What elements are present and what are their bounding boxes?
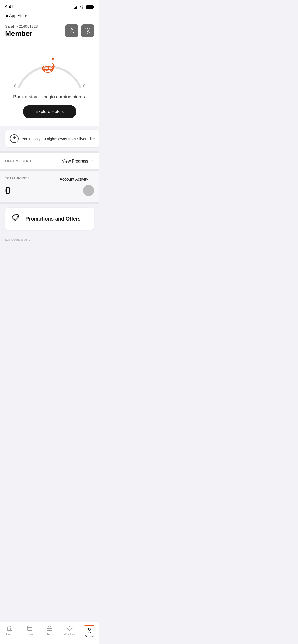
explore-hotels-button[interactable]: Explore Hotels <box>23 105 77 118</box>
view-progress-arrow: → <box>90 158 94 164</box>
arc-label-left: 0 <box>14 84 16 89</box>
user-id-line: Sarah • 214061328 <box>5 24 65 28</box>
settings-button[interactable] <box>81 24 94 37</box>
promotions-icon <box>10 213 21 224</box>
promotions-card[interactable]: Promotions and Offers <box>5 208 94 230</box>
user-name: Sarah <box>5 24 15 28</box>
points-chart-circle <box>83 185 94 196</box>
nights-icon: ★ ★ <box>38 55 61 78</box>
user-id: 214061328 <box>19 24 38 28</box>
arc-message: Book a stay to begin earning nights. <box>13 94 86 100</box>
account-activity-arrow: → <box>90 177 94 182</box>
section-divider-3 <box>0 202 99 204</box>
promotions-title: Promotions and Offers <box>25 215 81 222</box>
explore-more-label: EXPLORE MORE <box>5 238 31 241</box>
arc-label-right: 10 <box>81 84 85 89</box>
info-strip: You're only 10 nights away from Silver E… <box>0 126 99 151</box>
back-label[interactable]: App Store <box>9 13 27 18</box>
view-progress-link[interactable]: View Progress → <box>62 158 94 164</box>
total-points-label: TOTAL POINTS <box>5 177 30 180</box>
upgrade-icon <box>10 134 19 143</box>
signal-icon <box>74 5 78 9</box>
points-value: 0 <box>5 185 11 196</box>
promotions-section: Promotions and Offers <box>0 204 99 233</box>
section-divider-2 <box>0 169 99 171</box>
svg-text:★: ★ <box>51 57 55 61</box>
back-arrow-icon: ◀ <box>5 13 8 18</box>
upload-icon <box>69 28 75 34</box>
gear-icon <box>85 28 91 34</box>
member-label: Member <box>5 30 65 38</box>
header-actions <box>65 24 94 37</box>
account-activity-text: Account Activity <box>60 177 88 182</box>
status-bar: 9:41 <box>0 0 99 12</box>
lifetime-status-section: LIFETIME STATUS View Progress → <box>0 153 99 169</box>
lifetime-status-row: LIFETIME STATUS View Progress → <box>5 158 94 164</box>
svg-point-1 <box>87 30 88 32</box>
points-header-row: TOTAL POINTS Account Activity → <box>5 177 94 182</box>
section-divider-1 <box>0 151 99 153</box>
account-header: Sarah • 214061328 Member <box>0 20 99 43</box>
wifi-icon <box>80 5 85 9</box>
user-info: Sarah • 214061328 Member <box>5 24 65 38</box>
svg-point-0 <box>82 8 82 9</box>
svg-point-9 <box>17 216 18 217</box>
account-activity-link[interactable]: Account Activity → <box>60 177 94 182</box>
battery-icon <box>86 5 94 9</box>
status-time: 9:41 <box>5 5 13 9</box>
total-points-section: TOTAL POINTS Account Activity → 0 <box>0 171 99 202</box>
user-id-separator: • <box>16 24 19 28</box>
silver-elite-text: You're only 10 nights away from Silver E… <box>22 136 95 141</box>
view-progress-text: View Progress <box>62 159 88 164</box>
status-icons <box>74 5 94 9</box>
arc-container: ★ ★ 0 10 <box>14 48 85 89</box>
arc-progress-section: ★ ★ 0 10 Book a stay to begin earning ni… <box>0 43 99 126</box>
lifetime-status-label: LIFETIME STATUS <box>5 159 35 163</box>
silver-elite-card[interactable]: You're only 10 nights away from Silver E… <box>5 130 99 147</box>
upload-button[interactable] <box>65 24 78 37</box>
explore-more-section: EXPLORE MORE <box>0 233 99 244</box>
nav-back[interactable]: ◀ App Store <box>0 12 99 20</box>
